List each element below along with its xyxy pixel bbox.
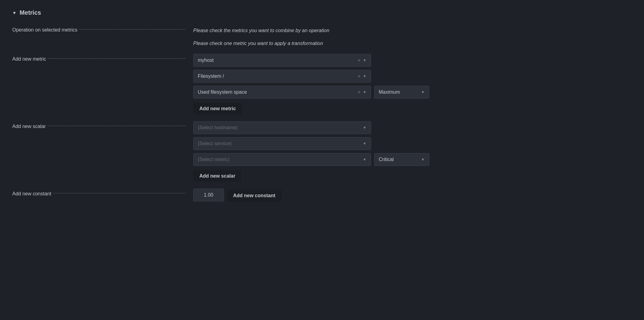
scalar-metric-placeholder: (Select metric): [198, 157, 363, 162]
add-scalar-label: Add new scalar: [12, 124, 46, 129]
add-constant-content: Add new constant: [193, 189, 632, 201]
metric-space-value: Used filesystem space: [198, 89, 358, 95]
dotted-separator-3: [48, 126, 185, 126]
add-constant-row: Add new constant Add new constant: [12, 189, 632, 201]
add-new-scalar-button[interactable]: Add new scalar: [193, 170, 241, 182]
metric-space-clear-icon[interactable]: ×: [358, 90, 360, 95]
metric-hostname-dropdown[interactable]: myhost × ▼: [193, 54, 371, 67]
scalar-hostname-placeholder: (Select hostname): [198, 125, 363, 130]
dotted-separator: [79, 29, 185, 30]
scalar-level-value: Critical: [379, 157, 421, 162]
add-scalar-content: (Select hostname) ▼ (Select service) ▼ (…: [193, 121, 632, 182]
scalar-metric-controls: ▼: [363, 157, 366, 162]
scalar-hostname-controls: ▼: [363, 126, 366, 130]
scalar-service-controls: ▼: [363, 141, 366, 146]
scalar-metric-row: (Select metric) ▼ Critical ▼: [193, 153, 632, 166]
scalar-level-controls: ▼: [421, 157, 425, 162]
scalar-service-dropdown[interactable]: (Select service) ▼: [193, 137, 371, 150]
scalar-hostname-row: (Select hostname) ▼: [193, 121, 632, 134]
dotted-separator-4: [53, 193, 185, 194]
metric-aggregation-value: Maximum: [379, 89, 421, 95]
scalar-level-chevron-icon[interactable]: ▼: [421, 157, 425, 162]
add-new-metric-button[interactable]: Add new metric: [193, 103, 242, 115]
metric-hostname-value: myhost: [198, 58, 358, 63]
operation-info-line2: Please check one metric you want to appl…: [193, 38, 632, 47]
metric-space-row: Used filesystem space × ▼ Maximum ▼: [193, 86, 632, 99]
metric-hostname-chevron-icon[interactable]: ▼: [363, 58, 366, 62]
metric-space-dropdown[interactable]: Used filesystem space × ▼: [193, 86, 371, 99]
collapse-triangle-icon[interactable]: ▼: [12, 10, 17, 15]
operation-info-line1: Please check the metrics you want to com…: [193, 25, 632, 35]
operation-label: Operation on selected metrics: [12, 27, 78, 33]
metric-hostname-controls: × ▼: [358, 58, 366, 63]
metric-space-controls: × ▼: [358, 90, 366, 95]
metric-hostname-clear-icon[interactable]: ×: [358, 58, 360, 63]
dotted-separator-2: [48, 58, 185, 59]
metric-filesystem-row: Filesystem / × ▼: [193, 70, 632, 83]
scalar-level-dropdown[interactable]: Critical ▼: [374, 153, 429, 166]
metric-space-chevron-icon[interactable]: ▼: [363, 90, 366, 94]
operation-label-container: Operation on selected metrics: [12, 25, 187, 33]
metric-filesystem-controls: × ▼: [358, 74, 366, 79]
add-constant-label: Add new constant: [12, 191, 51, 197]
metric-aggregation-dropdown[interactable]: Maximum ▼: [374, 86, 429, 99]
scalar-metric-chevron-icon[interactable]: ▼: [363, 157, 366, 162]
scalar-service-placeholder: (Select service): [198, 141, 363, 146]
metric-filesystem-clear-icon[interactable]: ×: [358, 74, 360, 79]
metric-filesystem-dropdown[interactable]: Filesystem / × ▼: [193, 70, 371, 83]
scalar-hostname-chevron-icon[interactable]: ▼: [363, 126, 366, 130]
add-new-constant-button[interactable]: Add new constant: [227, 190, 282, 201]
add-metric-content: myhost × ▼ Filesystem / × ▼ Used filesys…: [193, 54, 632, 115]
scalar-service-chevron-icon[interactable]: ▼: [363, 141, 366, 146]
add-metric-label: Add new metric: [12, 56, 46, 62]
scalar-service-row: (Select service) ▼: [193, 137, 632, 150]
operation-row: Operation on selected metrics Please che…: [12, 25, 632, 47]
metric-filesystem-value: Filesystem /: [198, 73, 358, 79]
scalar-metric-dropdown[interactable]: (Select metric) ▼: [193, 153, 371, 166]
section-title: Metrics: [20, 9, 41, 16]
add-scalar-row: Add new scalar (Select hostname) ▼ (Sele…: [12, 121, 632, 182]
operation-content: Please check the metrics you want to com…: [193, 25, 632, 47]
add-metric-row: Add new metric myhost × ▼ Filesystem / ×…: [12, 54, 632, 115]
scalar-hostname-dropdown[interactable]: (Select hostname) ▼: [193, 121, 371, 134]
metrics-section-header: ▼ Metrics: [12, 9, 632, 16]
constant-value-input[interactable]: [193, 189, 224, 201]
metric-filesystem-chevron-icon[interactable]: ▼: [363, 74, 366, 78]
metric-aggregation-controls: ▼: [421, 90, 425, 94]
metric-hostname-row: myhost × ▼: [193, 54, 632, 67]
add-metric-label-container: Add new metric: [12, 54, 187, 62]
add-scalar-label-container: Add new scalar: [12, 121, 187, 129]
metric-aggregation-chevron-icon[interactable]: ▼: [421, 90, 425, 94]
add-constant-label-container: Add new constant: [12, 189, 187, 197]
constant-input-row: Add new constant: [193, 189, 632, 201]
